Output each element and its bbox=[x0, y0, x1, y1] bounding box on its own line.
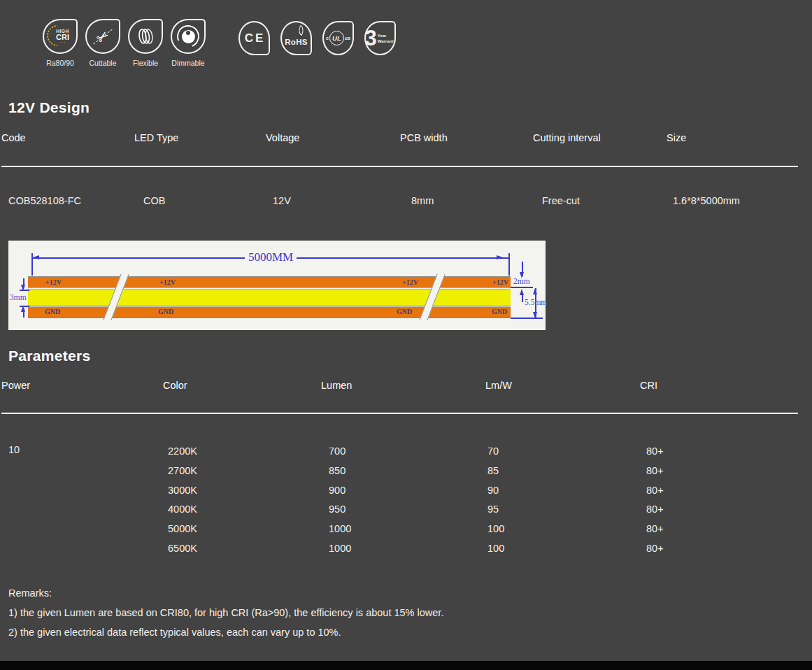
remarks-line-1: 1) the given Lumen are based on CRI80, f… bbox=[8, 607, 443, 618]
ul-listed-icon: c UL us bbox=[322, 21, 354, 55]
design-cell-led-type: COB bbox=[143, 195, 165, 206]
ce-text: CE bbox=[245, 31, 266, 45]
param-col-header-power: Power bbox=[1, 380, 30, 391]
param-cell-lumen: 850 bbox=[329, 465, 346, 476]
strip-bottom-edge bbox=[28, 317, 511, 318]
param-cell-cri: 80+ bbox=[646, 465, 664, 476]
cuttable-icon: ✂ bbox=[85, 19, 120, 54]
left-dim-arrow-down bbox=[21, 285, 25, 291]
positive-label: +12V bbox=[492, 279, 508, 286]
design-col-header-size: Size bbox=[667, 132, 686, 143]
feature-badge-label: Dimmable bbox=[171, 59, 204, 67]
positive-label: +12V bbox=[402, 279, 418, 286]
parameters-rows: 2200K 700 70 80+ 2700K 850 85 80+ 3000K … bbox=[0, 443, 812, 559]
ul-circle: UL bbox=[329, 31, 344, 45]
feature-badge-label: Cuttable bbox=[89, 59, 116, 67]
param-cell-color: 2700K bbox=[168, 465, 197, 476]
total-height-label: 5.5mm bbox=[525, 299, 547, 307]
length-arrow-right bbox=[497, 255, 503, 259]
warranty-icon: 3 Year Warranty bbox=[364, 21, 396, 55]
table-row: 5000K 1000 100 80+ bbox=[0, 520, 812, 540]
param-cell-cri: 80+ bbox=[646, 504, 664, 515]
parameters-section-title: Parameters bbox=[8, 348, 90, 364]
warranty-years: 3 bbox=[364, 29, 376, 48]
rohs-text: RoHS bbox=[285, 38, 308, 46]
knob-pointer-dot bbox=[186, 31, 190, 35]
feature-badge-dimmable: Dimmable bbox=[170, 19, 206, 67]
param-col-header-lumen: Lumen bbox=[321, 380, 352, 391]
design-cell-voltage: 12V bbox=[273, 195, 291, 206]
param-cell-lmw: 100 bbox=[487, 543, 504, 554]
param-cell-lmw: 100 bbox=[487, 523, 504, 534]
knob bbox=[182, 30, 195, 43]
ground-label: GND bbox=[45, 308, 60, 315]
param-cell-color: 5000K bbox=[168, 523, 197, 534]
design-col-header-code: Code bbox=[1, 132, 26, 143]
design-cell-cutting-interval: Free-cut bbox=[542, 195, 580, 206]
table-row: 6500K 1000 100 80+ bbox=[0, 540, 812, 559]
design-col-header-cutting-interval: Cutting interval bbox=[533, 132, 601, 143]
design-cell-pcb-width: 8mm bbox=[411, 195, 434, 206]
feature-badge-label: Flexible bbox=[133, 59, 158, 67]
ground-label: GND bbox=[397, 308, 412, 315]
top-band-label: 2mm bbox=[513, 278, 530, 286]
footer-bar bbox=[0, 661, 812, 670]
param-col-header-color: Color bbox=[163, 380, 187, 391]
certification-badges: CE RoHS c UL us 3 Year Warranty bbox=[238, 21, 396, 55]
design-cell-code: COB528108-FC bbox=[8, 195, 81, 206]
param-cell-lumen: 1000 bbox=[329, 523, 351, 534]
strip-ground-band bbox=[28, 307, 511, 317]
design-col-header-voltage: Voltage bbox=[266, 132, 299, 143]
product-spec-page: HIGH CRI ··· Ra80/90 ✂ Cuttable bbox=[0, 0, 812, 670]
ul-suffix: us bbox=[345, 36, 350, 41]
param-col-header-cri: CRI bbox=[640, 380, 657, 391]
param-cell-cri: 80+ bbox=[646, 543, 664, 554]
table-row: 2200K 700 70 80+ bbox=[0, 443, 812, 462]
param-cell-lumen: 950 bbox=[329, 504, 346, 515]
param-cell-lumen: 700 bbox=[329, 446, 346, 457]
design-col-header-led-type: LED Type bbox=[134, 132, 178, 143]
left-dim-arrow-up bbox=[21, 306, 25, 312]
table-row: 4000K 950 95 80+ bbox=[0, 501, 812, 520]
led-strip-graphic: +12V +12V +12V +12V GND GND GND GND bbox=[28, 276, 511, 318]
param-cell-color: 2200K bbox=[168, 446, 197, 457]
remarks-title: Remarks: bbox=[8, 587, 52, 599]
feature-badge-flexible: Flexible bbox=[127, 19, 164, 67]
param-cell-lumen: 900 bbox=[329, 485, 346, 496]
feature-badge-high-cri: HIGH CRI ··· Ra80/90 bbox=[42, 19, 78, 67]
feature-badges: HIGH CRI ··· Ra80/90 ✂ Cuttable bbox=[42, 19, 206, 67]
table-row: 3000K 900 90 80+ bbox=[0, 482, 812, 501]
top-band-underline bbox=[511, 287, 533, 288]
dimmable-icon bbox=[171, 19, 206, 54]
feature-badge-cuttable: ✂ Cuttable bbox=[85, 19, 121, 67]
feature-badge-label: Ra80/90 bbox=[46, 59, 74, 67]
param-cell-cri: 80+ bbox=[646, 523, 664, 534]
cri-dotted-arc bbox=[43, 21, 72, 50]
length-arrow-left bbox=[33, 255, 39, 259]
param-cell-color: 3000K bbox=[168, 485, 197, 496]
param-cell-cri: 80+ bbox=[646, 485, 664, 496]
param-cell-lmw: 95 bbox=[487, 504, 499, 515]
ground-label: GND bbox=[158, 308, 173, 315]
ul-prefix: c bbox=[326, 36, 329, 41]
positive-label: +12V bbox=[159, 279, 176, 286]
ce-mark-icon: CE bbox=[238, 21, 270, 55]
param-cell-lumen: 1000 bbox=[329, 543, 351, 554]
leaf-icon bbox=[296, 25, 306, 36]
warranty-word-warranty: Warranty bbox=[378, 38, 396, 44]
warranty-word-year: Year bbox=[378, 33, 396, 38]
param-cell-lmw: 85 bbox=[487, 465, 499, 476]
extension-line-left bbox=[31, 253, 33, 276]
param-col-header-lmw: Lm/W bbox=[485, 380, 512, 391]
top-band-dim-stem-lower bbox=[522, 294, 523, 302]
design-section-title: 12V Design bbox=[8, 99, 90, 116]
left-height-label: 3mm bbox=[10, 294, 27, 302]
positive-label: +12V bbox=[45, 279, 62, 286]
param-cell-lmw: 90 bbox=[487, 485, 499, 496]
length-dimension-label: 5000MM bbox=[245, 251, 297, 263]
extension-line-right bbox=[508, 253, 510, 276]
rohs-icon: RoHS bbox=[280, 21, 312, 55]
param-cell-lmw: 70 bbox=[487, 446, 499, 457]
remarks-line-2: 2) the given electrical data reflect typ… bbox=[8, 627, 341, 638]
parameters-header-divider bbox=[1, 413, 798, 414]
